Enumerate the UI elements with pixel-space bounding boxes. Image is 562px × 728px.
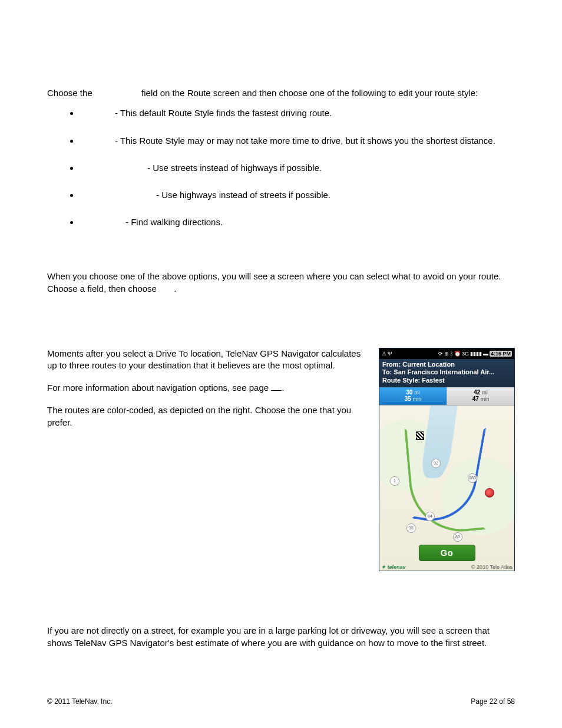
intro-pre: Choose the <box>47 88 95 98</box>
bullet-walking: - Find walking directions. <box>80 216 509 228</box>
highway-shield-icon: 92 <box>431 459 441 468</box>
map-copyright: © 2010 Tele Atlas <box>471 564 513 570</box>
intro-post: field on the Route screen and then choos… <box>139 88 478 98</box>
status-bar: ⚠ Ψ ⟳ ⊕ ᛒ ⏰ 3G ▮▮▮▮ ▬ 4:16 PM <box>379 348 514 359</box>
bullet-shortest: - This Route Style may or may not take m… <box>80 135 509 147</box>
highway-shield-icon: 35 <box>406 523 416 533</box>
battery-icon: ▬ <box>483 351 488 357</box>
gps-icon: ⊕ <box>444 351 449 357</box>
network-3g-icon: 3G <box>462 351 469 357</box>
footer-copyright: © 2011 TeleNav, Inc. <box>47 697 112 706</box>
footer-page-number: Page 22 of 58 <box>471 697 515 706</box>
avoid-line2: Choose a field, then choose . <box>47 282 515 295</box>
from-label: From: <box>382 361 402 368</box>
to-value: San Francisco International Air... <box>394 368 494 375</box>
tab2-time-unit: min <box>481 396 490 402</box>
tab2-dist-unit: mi <box>482 390 488 396</box>
usb-icon: Ψ <box>388 351 392 357</box>
from-value: Current Location <box>402 361 455 368</box>
compare-p2-pre: For more information about navigation op… <box>47 383 271 393</box>
style-value: Fastest <box>422 377 445 384</box>
avoid-field-placeholder <box>159 284 174 294</box>
avoid-line2-post: . <box>174 284 176 294</box>
alarm-icon: ⏰ <box>454 351 461 357</box>
signal-icon: ▮▮▮▮ <box>470 351 482 357</box>
intro-field-placeholder <box>95 88 139 98</box>
avoid-block: When you choose one of the above options… <box>47 270 515 295</box>
avoid-line2-pre: Choose a field, then choose <box>47 284 159 294</box>
route-tabs: 30 mi 35 min 42 mi 47 min <box>379 387 514 406</box>
destination-flag-icon <box>416 431 424 440</box>
highway-shield-icon: 84 <box>425 512 435 521</box>
tab1-time-unit: min <box>413 396 422 402</box>
tab1-dist-unit: mi <box>414 390 420 396</box>
style-label: Route Style: <box>382 377 422 384</box>
map-brand: ✦ telenav <box>381 564 406 570</box>
sync-icon: ⟳ <box>438 351 443 357</box>
page-ref-link[interactable] <box>271 390 282 391</box>
route-header: From: Current Location To: San Francisco… <box>379 359 514 387</box>
map-area[interactable]: 1 92 84 880 35 85 Go ✦ telenav © 2010 Te… <box>379 406 514 571</box>
to-label: To: <box>382 368 394 375</box>
bluetooth-icon: ᛒ <box>450 351 453 357</box>
compare-p3: The routes are color-coded, as depicted … <box>47 404 362 429</box>
intro-paragraph: Choose the field on the Route screen and… <box>47 87 515 99</box>
tab2-dist: 42 <box>474 389 480 396</box>
compare-p1: Moments after you select a Drive To loca… <box>47 348 362 372</box>
compare-text: Moments after you select a Drive To loca… <box>47 348 362 439</box>
route-style-list: - This default Route Style finds the fas… <box>47 107 515 228</box>
highway-shield-icon: 1 <box>390 476 399 486</box>
avoid-line1: When you choose one of the above options… <box>47 270 515 282</box>
compare-p2: For more information about navigation op… <box>47 382 362 394</box>
status-time: 4:16 PM <box>490 351 512 357</box>
origin-pin-icon <box>485 488 494 498</box>
route-tab-1[interactable]: 30 mi 35 min <box>379 387 447 405</box>
tab1-time: 35 <box>405 396 411 402</box>
tab2-time: 47 <box>472 396 479 402</box>
warning-icon: ⚠ <box>382 351 386 357</box>
initial-guidance-paragraph: If you are not directly on a street, for… <box>47 624 515 649</box>
go-button[interactable]: Go <box>419 545 475 561</box>
bullet-highways: - Use highways instead of streets if pos… <box>80 189 509 201</box>
device-screenshot: ⚠ Ψ ⟳ ⊕ ᛒ ⏰ 3G ▮▮▮▮ ▬ 4:16 PM F <box>379 348 515 571</box>
route-tab-2[interactable]: 42 mi 47 min <box>447 387 514 405</box>
bullet-fastest: - This default Route Style finds the fas… <box>80 107 509 119</box>
highway-shield-icon: 880 <box>468 473 477 483</box>
tab1-dist: 30 <box>406 389 412 396</box>
bullet-streets: - Use streets instead of highways if pos… <box>80 162 509 174</box>
highway-shield-icon: 85 <box>453 532 462 542</box>
compare-p2-post: . <box>282 383 284 393</box>
